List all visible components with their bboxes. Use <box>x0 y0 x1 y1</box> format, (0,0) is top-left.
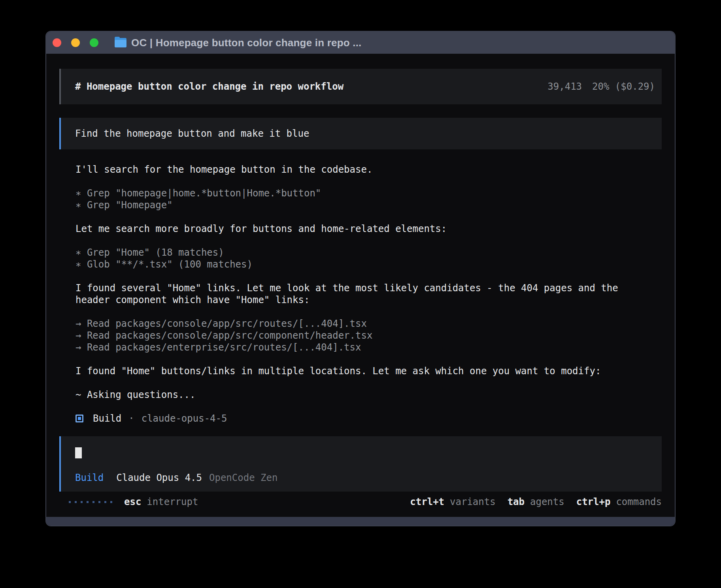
transcript-line <box>75 377 662 389</box>
transcript-line: ∗ Grep "Home" (18 matches) <box>75 247 662 258</box>
spinner-dot <box>110 501 112 503</box>
window-footer-strip <box>46 517 675 526</box>
spinner-dot <box>98 501 100 503</box>
session-stats: 39,413 20% ($0.29) <box>547 81 655 92</box>
interrupt-label: interrupt <box>147 496 198 508</box>
minimize-button[interactable] <box>71 38 80 47</box>
provider-name: OpenCode Zen <box>209 472 277 484</box>
shortcut-label: agents <box>530 496 564 508</box>
context-usage: 20% ($0.29) <box>592 81 655 92</box>
transcript-line: ∗ Grep "homepage|home.*button|Home.*butt… <box>75 187 662 199</box>
transcript-line: → Read packages/enterprise/src/routes/[.… <box>75 341 662 353</box>
zoom-button[interactable] <box>90 38 98 47</box>
agent-name: Build <box>93 413 121 424</box>
spinner-dot <box>69 501 71 503</box>
agent-separator: · <box>128 413 134 424</box>
window-title: OC | Homepage button color change in rep… <box>131 37 362 49</box>
spinner-dots <box>69 501 112 503</box>
spinner-dot <box>75 501 77 503</box>
shortcut-hint: ctrl+p commands <box>576 496 662 508</box>
transcript-line <box>75 270 662 282</box>
transcript-line: ∗ Glob "**/*.tsx" (100 matches) <box>75 258 662 270</box>
transcript-line <box>75 306 662 318</box>
session-title: # Homepage button color change in repo w… <box>75 81 344 92</box>
shortcut-key: ctrl+t <box>410 496 444 508</box>
transcript-line: I found "Home" buttons/links in multiple… <box>75 365 662 377</box>
spinner-dot <box>92 501 94 503</box>
shortcut-hint: tab agents <box>508 496 564 508</box>
input-meta: Build Claude Opus 4.5 OpenCode Zen <box>75 472 655 484</box>
status-shortcuts: ctrl+t variants tab agents ctrl+p comman… <box>410 496 662 508</box>
esc-key-hint: esc <box>124 496 141 508</box>
transcript-line <box>75 353 662 365</box>
interrupt-hint: esc interrupt <box>124 496 198 508</box>
shortcut-key: tab <box>508 496 525 508</box>
close-button[interactable] <box>53 38 61 47</box>
terminal-content: # Homepage button color change in repo w… <box>46 54 675 517</box>
transcript-line: → Read packages/console/app/src/componen… <box>75 330 662 341</box>
agent-build-icon <box>75 415 83 422</box>
shortcut-key: ctrl+p <box>576 496 611 508</box>
window-titlebar[interactable]: OC | Homepage button color change in rep… <box>46 32 675 54</box>
titlebar-group: OC | Homepage button color change in rep… <box>115 37 362 49</box>
traffic-lights <box>53 38 98 47</box>
session-header: # Homepage button color change in repo w… <box>59 69 662 104</box>
transcript-line: Let me search more broadly for buttons a… <box>75 223 662 235</box>
agent-status-row: Build · claude-opus-4-5 <box>75 413 662 424</box>
spinner-dot <box>81 501 83 503</box>
transcript-line <box>75 211 662 223</box>
shortcut-label: commands <box>616 496 662 508</box>
transcript-line: I'll search for the homepage button in t… <box>75 164 662 175</box>
status-left: esc interrupt <box>69 496 198 508</box>
spinner-dot <box>87 501 89 503</box>
token-count: 39,413 <box>547 81 582 92</box>
transcript-line <box>75 401 662 413</box>
terminal-window: OC | Homepage button color change in rep… <box>45 31 676 526</box>
mode-badge[interactable]: Build <box>75 472 104 484</box>
transcript-line: I found several "Home" links. Let me loo… <box>75 282 662 294</box>
text-cursor <box>75 447 82 458</box>
transcript-line: ~ Asking questions... <box>75 389 662 401</box>
transcript-line: ∗ Grep "Homepage" <box>75 199 662 211</box>
transcript-line <box>75 235 662 247</box>
transcript-line <box>75 175 662 187</box>
transcript-line: header component which have "Home" links… <box>75 294 662 306</box>
transcript-line: → Read packages/console/app/src/routes/[… <box>75 318 662 330</box>
folder-icon <box>115 38 126 47</box>
user-message-text: Find the homepage button and make it blu… <box>75 128 309 139</box>
user-message: Find the homepage button and make it blu… <box>59 118 662 149</box>
prompt-input[interactable]: Build Claude Opus 4.5 OpenCode Zen <box>59 436 662 492</box>
shortcut-label: variants <box>450 496 496 508</box>
spinner-dot <box>104 501 106 503</box>
status-bar: esc interrupt ctrl+t variants tab agents <box>59 496 662 508</box>
model-name: Claude Opus 4.5 <box>116 472 202 484</box>
agent-model: claude-opus-4-5 <box>142 413 227 424</box>
shortcut-hint: ctrl+t variants <box>410 496 495 508</box>
transcript: I'll search for the homepage button in t… <box>75 164 662 413</box>
